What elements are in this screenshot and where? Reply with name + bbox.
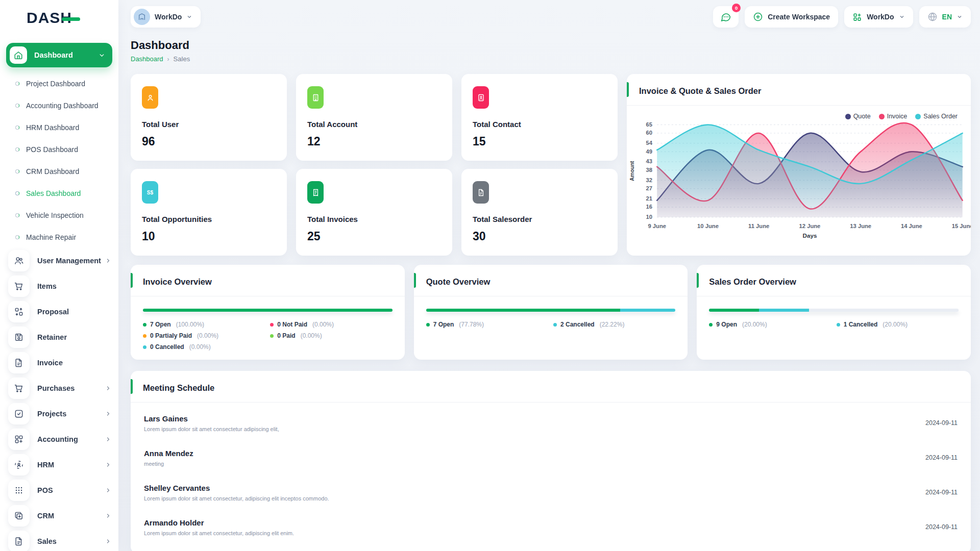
sidebar-subitem-vehicle-inspection[interactable]: Vehicle Inspection [0, 204, 118, 226]
legend-percent: (0.00%) [189, 343, 211, 350]
legend-item-sales-order[interactable]: Sales Order [915, 113, 958, 120]
bullet-icon [15, 126, 19, 130]
sales-icon [8, 531, 30, 551]
bullet-icon [15, 104, 19, 108]
svg-text:65: 65 [646, 121, 652, 128]
opportunity-icon: S$ [142, 181, 158, 204]
sidebar-subitem-machine-repair[interactable]: Machine Repair [0, 226, 118, 248]
workspace-grid-icon [852, 12, 862, 22]
users-icon [8, 250, 30, 271]
stat-value: 96 [142, 135, 276, 148]
sidebar-item-accounting[interactable]: Accounting [0, 427, 118, 452]
chart-card-title: Invoice & Quote & Sales Order [639, 86, 959, 96]
bullet-icon [15, 169, 19, 173]
meeting-row[interactable]: Shelley Cervantes Lorem ipsum dolor sit … [144, 475, 958, 510]
meeting-date: 2024-09-11 [925, 419, 958, 427]
sidebar-item-pos[interactable]: POS [0, 478, 118, 503]
sidebar-item-items[interactable]: Items [0, 273, 118, 299]
chevron-down-icon [186, 14, 192, 20]
sidebar-item-label: POS [37, 486, 105, 494]
stat-value: 12 [307, 135, 441, 148]
stat-card-total-opportunities: S$ Total Opportunities 10 [131, 169, 287, 256]
meeting-description: Lorem ipsum dolor sit amet consectetur, … [144, 530, 294, 536]
stat-card-total-contact: Total Contact 15 [461, 74, 618, 161]
legend-percent: (0.00%) [301, 332, 322, 339]
messages-badge: 0 [732, 4, 741, 12]
sidebar-subitem-crm-dashboard[interactable]: CRM Dashboard [0, 160, 118, 182]
workspace-switcher[interactable]: WorkDo [844, 6, 913, 28]
bullet-icon [15, 213, 19, 217]
legend-dot [837, 323, 840, 327]
sidebar-subitem-accounting-dashboard[interactable]: Accounting Dashboard [0, 94, 118, 116]
bullet-icon [15, 191, 19, 195]
circle-plus-icon [753, 12, 763, 22]
stat-label: Total Opportunities [142, 215, 276, 223]
sidebar-item-proposal[interactable]: Proposal [0, 299, 118, 324]
legend-count-label: 0 Not Paid [277, 321, 307, 328]
sidebar-subitem-hrm-dashboard[interactable]: HRM Dashboard [0, 116, 118, 138]
chevron-down-icon [957, 14, 963, 20]
svg-text:27: 27 [646, 185, 652, 191]
topbar: WorkDo 0 Create Workspace WorkDo EN [118, 0, 980, 34]
create-workspace-label: Create Workspace [768, 13, 830, 21]
create-workspace-button[interactable]: Create Workspace [745, 6, 838, 28]
sidebar-item-label: Invoice [37, 359, 111, 367]
sidebar-item-label: HRM [37, 461, 105, 469]
sidebar-subitem-sales-dashboard[interactable]: Sales Dashboard [0, 182, 118, 204]
sidebar-item-label: Sales [37, 537, 105, 545]
meeting-row[interactable]: Anna Mendez meeting 2024-09-11 [144, 440, 958, 475]
sidebar-subitem-pos-dashboard[interactable]: POS Dashboard [0, 138, 118, 160]
meeting-row[interactable]: Armando Holder Lorem ipsum dolor sit ame… [144, 510, 958, 544]
sidebar-item-purchases[interactable]: Purchases [0, 375, 118, 401]
legend-dot [143, 323, 146, 327]
sidebar-item-crm[interactable]: CRM [0, 503, 118, 529]
legend-dot [915, 114, 921, 119]
meeting-info: Armando Holder Lorem ipsum dolor sit ame… [144, 518, 294, 536]
chevron-down-icon [899, 14, 905, 20]
sidebar-item-retainer[interactable]: Retainer [0, 324, 118, 350]
meeting-row[interactable]: Lars Gaines Lorem ipsum dolor sit amet c… [144, 406, 958, 440]
sidebar-subitem-label: POS Dashboard [26, 145, 78, 154]
invoice-icon [8, 352, 30, 373]
stat-card-total-salesorder: Total Salesorder 30 [461, 169, 618, 256]
progress-segment [426, 309, 620, 312]
sidebar-item-user-management[interactable]: User Management [0, 248, 118, 273]
chevron-right-icon [105, 462, 111, 468]
stat-label: Total Salesorder [473, 215, 606, 223]
legend-dot [879, 114, 885, 119]
building-icon [307, 86, 324, 109]
chevron-right-icon [105, 436, 111, 442]
sidebar-item-dashboard[interactable]: Dashboard [6, 43, 112, 67]
sidebar-item-projects[interactable]: Projects [0, 401, 118, 427]
legend-item-quote[interactable]: Quote [845, 113, 871, 120]
workspace-selector[interactable]: WorkDo [131, 6, 201, 28]
svg-text:9 June: 9 June [648, 223, 666, 229]
overview-legend-item: 2 Cancelled (22.22%) [553, 321, 675, 328]
svg-text:54: 54 [646, 140, 652, 146]
cart-icon [8, 276, 30, 297]
legend-item-invoice[interactable]: Invoice [879, 113, 908, 120]
chart-legend: Quote Invoice Sales Order [627, 106, 971, 120]
overview-card-header: Quote Overview [414, 265, 688, 296]
bullet-icon [15, 82, 19, 86]
sidebar-subitem-label: HRM Dashboard [26, 123, 79, 132]
legend-count-label: 1 Cancelled [844, 321, 878, 328]
sidebar-item-hrm[interactable]: HRM [0, 452, 118, 478]
legend-label: Invoice [887, 113, 908, 120]
meeting-info: Anna Mendez meeting [144, 449, 193, 467]
svg-text:32: 32 [646, 177, 652, 183]
language-selector[interactable]: EN [919, 6, 971, 28]
breadcrumb-dashboard-link[interactable]: Dashboard [131, 55, 163, 63]
globe-icon [927, 12, 938, 22]
svg-text:21: 21 [646, 195, 652, 202]
svg-text:16: 16 [646, 204, 652, 210]
sidebar-item-sales[interactable]: Sales [0, 529, 118, 551]
sidebar-item-label: Accounting [37, 435, 105, 443]
workspace-avatar [134, 9, 150, 25]
sidebar-item-invoice[interactable]: Invoice [0, 350, 118, 375]
sidebar-subitem-project-dashboard[interactable]: Project Dashboard [0, 72, 118, 94]
messages-button[interactable]: 0 [713, 6, 739, 28]
sidebar-subitem-label: Sales Dashboard [26, 189, 81, 197]
sidebar-item-label: Items [37, 282, 111, 290]
app-logo[interactable]: DASH [0, 0, 118, 36]
